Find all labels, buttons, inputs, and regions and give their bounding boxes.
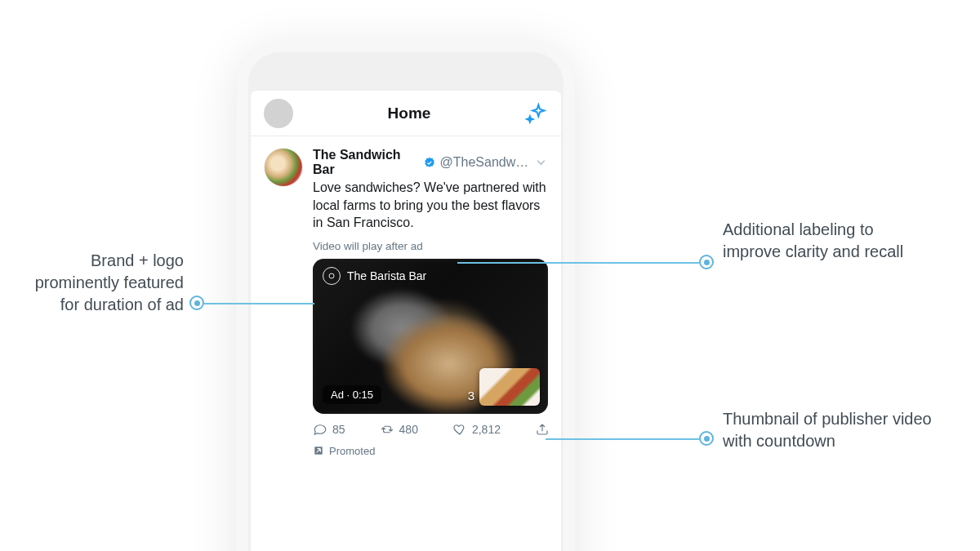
brand-name: The Barista Bar <box>347 269 426 282</box>
share-button[interactable] <box>535 422 550 437</box>
svg-point-0 <box>329 273 334 278</box>
callout-brand-logo: Brand + logo prominently featured for du… <box>24 250 184 316</box>
promoted-label[interactable]: Promoted <box>313 445 548 457</box>
callout-dot <box>189 295 204 310</box>
retweet-count: 480 <box>399 423 418 436</box>
countdown-number: 3 <box>468 389 474 402</box>
phone-screen: Home The Sandwich Bar @TheSandwic... L <box>250 90 562 551</box>
phone-frame: Home The Sandwich Bar @TheSandwic... L <box>237 41 575 551</box>
chevron-down-icon[interactable] <box>534 155 548 170</box>
publisher-video-thumbnail[interactable] <box>479 368 540 406</box>
like-count: 2,812 <box>472 423 501 436</box>
tweet[interactable]: The Sandwich Bar @TheSandwic... Love san… <box>251 136 561 465</box>
promoted-text: Promoted <box>329 445 375 457</box>
ad-duration-pill: Ad · 0:15 <box>323 385 381 404</box>
brand-overlay: The Barista Bar <box>323 267 426 285</box>
brand-logo-icon <box>323 267 341 285</box>
tweet-body: The Sandwich Bar @TheSandwic... Love san… <box>313 148 548 457</box>
callout-line <box>457 262 699 264</box>
video-card[interactable]: The Barista Bar Ad · 0:15 3 <box>313 259 548 414</box>
profile-avatar-button[interactable] <box>264 99 293 128</box>
reply-icon <box>313 422 327 437</box>
share-icon <box>535 422 550 437</box>
callout-thumbnail: Thumbnail of publisher video with countd… <box>723 408 935 452</box>
retweet-icon <box>380 422 394 437</box>
heart-icon <box>452 422 467 437</box>
verified-badge-icon <box>423 156 436 170</box>
display-name[interactable]: The Sandwich Bar <box>313 148 420 177</box>
handle[interactable]: @TheSandwic... <box>440 155 531 170</box>
app-header: Home <box>251 91 561 136</box>
reply-count: 85 <box>332 423 345 436</box>
sparkle-icon[interactable] <box>525 102 548 125</box>
retweet-button[interactable]: 480 <box>380 422 418 437</box>
callout-dot <box>699 255 714 269</box>
promoted-arrow-icon <box>313 445 324 456</box>
video-notice-label: Video will play after ad <box>313 240 548 252</box>
tweet-profile-pic[interactable] <box>264 148 303 187</box>
page-title: Home <box>293 104 525 122</box>
reply-button[interactable]: 85 <box>313 422 345 437</box>
callout-labeling: Additional labeling to improve clarity a… <box>723 219 927 263</box>
tweet-actions: 85 480 2,812 <box>313 422 548 437</box>
tweet-header: The Sandwich Bar @TheSandwic... <box>313 148 548 177</box>
callout-line <box>204 303 314 304</box>
tweet-text: Love sandwiches? We've partnered with lo… <box>313 179 548 232</box>
callout-dot <box>699 431 714 446</box>
callout-line <box>546 438 699 440</box>
like-button[interactable]: 2,812 <box>452 422 501 437</box>
